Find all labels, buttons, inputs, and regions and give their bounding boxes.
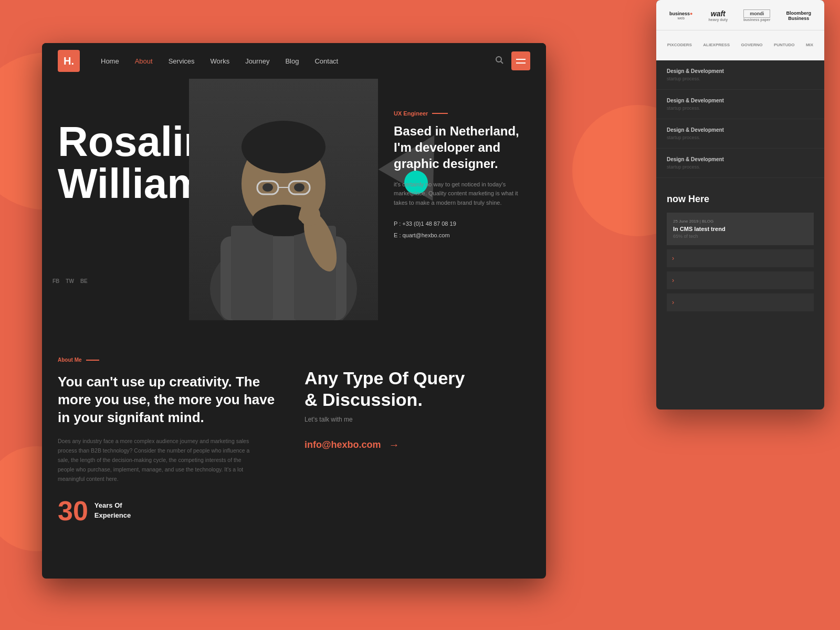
nav-links: Home About Services Works Journey Blog C…	[101, 57, 495, 65]
nav-contact[interactable]: Contact	[314, 57, 338, 65]
nav-home[interactable]: Home	[101, 57, 119, 65]
panel-item-4: Design & Development startup process.	[656, 149, 824, 178]
hero-section: Rosalina William	[42, 79, 546, 331]
blog-arrow-2: ›	[672, 277, 674, 284]
arrow-icon: →	[389, 439, 400, 451]
panel-item-3: Design & Development startup process.	[656, 119, 824, 149]
nav-journey[interactable]: Journey	[245, 57, 269, 65]
main-window: H. Home About Services Works Journey Blo…	[42, 43, 546, 579]
menu-button[interactable]	[511, 51, 530, 70]
panel-item-1: Design & Development startup process.	[656, 60, 824, 90]
nav-blog[interactable]: Blog	[285, 57, 299, 65]
brand-logo-2: waft heavy duty	[708, 9, 728, 22]
blog-item-3[interactable]: ›	[667, 293, 814, 311]
hero-description: it's certainly no way to get noticed in …	[394, 180, 530, 208]
search-icon[interactable]	[495, 56, 503, 66]
experience-number: 30	[58, 497, 88, 524]
svg-rect-4	[231, 226, 273, 320]
contact-email[interactable]: info@hexbo.com →	[304, 439, 530, 451]
blog-arrow-1: ›	[672, 255, 674, 262]
brand-logo-4: Bloomberg Business	[786, 10, 811, 21]
blog-item-2[interactable]: ›	[667, 271, 814, 289]
blog-item-1[interactable]: ›	[667, 249, 814, 267]
nav-icons	[495, 51, 530, 70]
about-headline: You can't use up creativity. The more yo…	[58, 373, 284, 426]
right-panel: Design & Development startup process. De…	[656, 60, 824, 178]
svg-point-13	[294, 183, 304, 192]
secondary-window: business● web waft heavy duty mondi busi…	[656, 0, 824, 410]
nav-services[interactable]: Services	[169, 57, 195, 65]
logo[interactable]: H.	[58, 50, 80, 72]
menu-line-1	[516, 59, 526, 60]
social-be[interactable]: BE	[80, 278, 88, 284]
blog-arrow-3: ›	[672, 299, 674, 306]
panel-item-2: Design & Development startup process.	[656, 90, 824, 119]
nav-works[interactable]: Works	[211, 57, 230, 65]
about-body: Does any industry face a more complex au…	[58, 437, 257, 484]
lets-talk: Let's talk with me	[304, 416, 530, 423]
menu-line-2	[516, 62, 526, 64]
blog-date: 25 June 2019 | BLOG	[673, 219, 807, 224]
brand-logo-9: MIX	[806, 43, 813, 47]
brand-logo-8: PUNTUDO	[774, 43, 795, 47]
brand-logo-6: ALIEXPRESS	[703, 43, 730, 47]
logo-letter: H.	[64, 55, 74, 67]
blog-sub-text: 65% of tech	[673, 234, 807, 239]
hero-info: UX Engineer Based in Netherland, I'm dev…	[394, 110, 530, 241]
query-heading: Any Type Of Query& Discussion.	[304, 368, 530, 411]
about-section: About Me You can't use up creativity. Th…	[42, 331, 546, 545]
role-tag: UX Engineer	[394, 110, 530, 117]
brand-logo-1: business● web	[669, 11, 692, 20]
blog-area: now Here 25 June 2019 | BLOG In CMS late…	[656, 183, 824, 326]
social-links: FB TW BE	[52, 278, 88, 284]
email-text: info@hexbo.com	[304, 439, 381, 450]
hero-contact: P : +33 (0)1 48 87 08 19 E : quart@hexbo…	[394, 218, 530, 241]
navbar: H. Home About Services Works Journey Blo…	[42, 43, 546, 79]
social-tw[interactable]: TW	[66, 278, 74, 284]
hero-person-image	[189, 79, 378, 320]
svg-point-7	[242, 121, 326, 173]
social-fb[interactable]: FB	[52, 278, 59, 284]
experience-badge: 30 Years OfExperience	[58, 497, 284, 524]
role-label: UX Engineer	[394, 110, 428, 117]
hero-heading: Based in Netherland, I'm developer and g…	[394, 123, 530, 172]
section-tag: About Me	[58, 357, 284, 363]
svg-point-0	[496, 57, 501, 62]
brand-logo-5: PIXCODERS	[667, 43, 692, 47]
section-tag-label: About Me	[58, 357, 82, 363]
experience-label: Years OfExperience	[94, 501, 131, 520]
svg-line-1	[501, 61, 503, 64]
section-tag-line	[86, 360, 99, 361]
brand-logo-3: mondi business paper	[743, 9, 770, 22]
svg-point-12	[262, 183, 273, 192]
about-right: Any Type Of Query& Discussion. Let's tal…	[304, 357, 530, 524]
hero-email: E : quart@hexbo.com	[394, 229, 530, 241]
nav-about[interactable]: About	[135, 57, 153, 65]
brand-logo-7: GOVERNO	[741, 43, 763, 47]
blog-title-text: In CMS latest trend	[673, 226, 807, 232]
know-here-label: now Here	[667, 194, 814, 205]
hero-phone: P : +33 (0)1 48 87 08 19	[394, 218, 530, 229]
about-left: About Me You can't use up creativity. Th…	[58, 357, 284, 524]
role-line	[432, 113, 448, 114]
